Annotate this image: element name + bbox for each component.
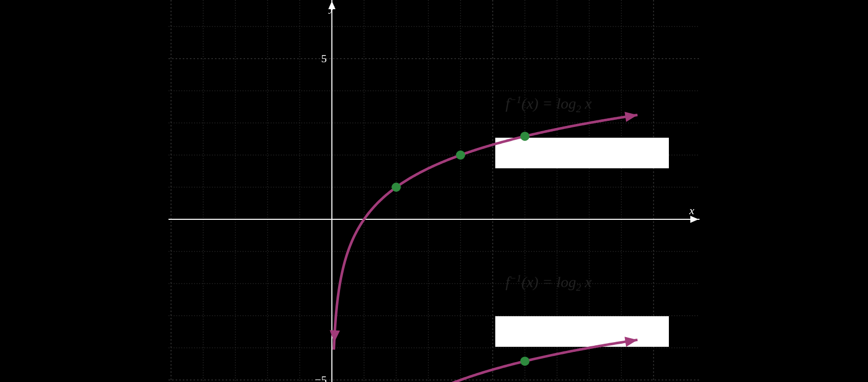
label-bg-lower bbox=[495, 316, 669, 347]
chart: 5 −5 y x bbox=[168, 0, 700, 382]
x-axis-label: x bbox=[689, 204, 694, 217]
svg-point-33 bbox=[456, 150, 465, 160]
svg-point-32 bbox=[392, 183, 401, 192]
curve-arrow-down bbox=[330, 330, 340, 343]
ytick-5: 5 bbox=[321, 52, 327, 65]
ytick-neg5: −5 bbox=[315, 373, 327, 382]
svg-point-35 bbox=[520, 356, 529, 366]
function-label-upper: f−1(x) = log2 x bbox=[505, 94, 592, 115]
function-label-lower: f−1(x) = log2 x bbox=[505, 273, 592, 293]
label-bg-upper bbox=[495, 138, 669, 168]
curve-arrow-right bbox=[624, 112, 637, 122]
chart-svg: 5 −5 y x bbox=[168, 0, 700, 382]
y-axis-label: y bbox=[328, 1, 334, 14]
svg-marker-30 bbox=[690, 216, 698, 223]
svg-point-34 bbox=[520, 132, 529, 141]
